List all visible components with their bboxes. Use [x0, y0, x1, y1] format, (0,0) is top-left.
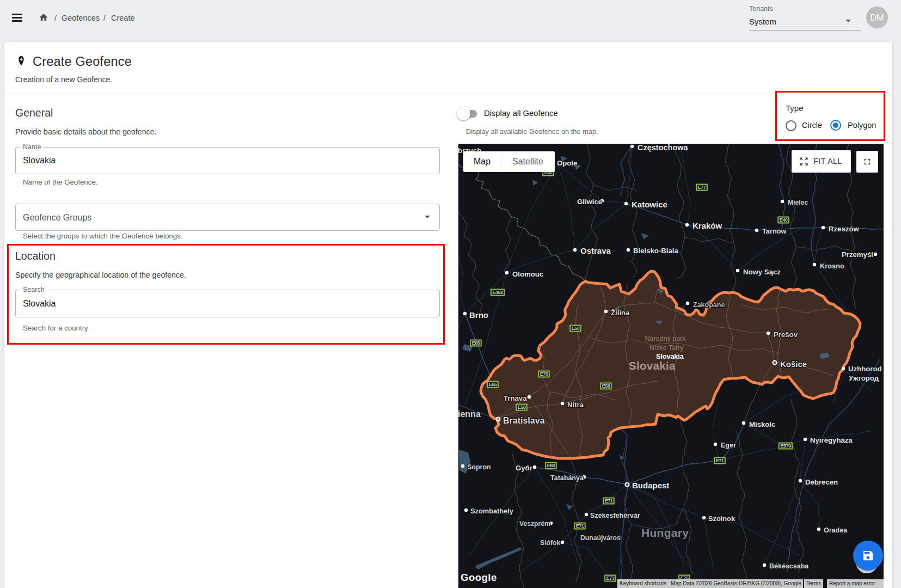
svg-text:Hungary: Hungary [641, 526, 689, 539]
svg-text:Národný park: Národný park [645, 335, 686, 342]
svg-text:Oradea: Oradea [824, 526, 848, 534]
svg-text:Rzeszów: Rzeszów [829, 225, 859, 233]
svg-text:E65: E65 [472, 340, 480, 346]
svg-text:Veszprém: Veszprém [519, 520, 550, 528]
svg-text:E58: E58 [602, 383, 610, 389]
svg-text:Tarnów: Tarnów [762, 227, 787, 235]
svg-text:Ужгород: Ужгород [849, 374, 879, 382]
svg-text:E579: E579 [780, 443, 791, 449]
svg-text:E40: E40 [780, 217, 788, 223]
svg-text:Szolnok: Szolnok [708, 514, 735, 523]
svg-text:Ostrava: Ostrava [580, 246, 611, 255]
svg-text:Bratislava: Bratislava [503, 416, 545, 425]
svg-text:Nyíregyháza: Nyíregyháza [810, 436, 853, 444]
svg-text:E71: E71 [576, 523, 584, 529]
svg-text:Budapest: Budapest [632, 481, 669, 490]
svg-text:Miskolc: Miskolc [749, 420, 775, 428]
svg-text:E462: E462 [492, 290, 503, 295]
svg-text:Uzhhorod: Uzhhorod [848, 365, 882, 373]
svg-text:Székesfehérvár: Székesfehérvár [590, 512, 640, 519]
svg-text:E73: E73 [606, 575, 615, 581]
svg-text:Győr: Győr [516, 464, 532, 472]
svg-text:Przemyśl: Przemyśl [842, 250, 873, 259]
svg-text:Tatabánya: Tatabánya [550, 474, 584, 482]
svg-text:Olomouc: Olomouc [512, 270, 543, 278]
svg-text:Prešov: Prešov [774, 330, 798, 339]
svg-text:E77: E77 [698, 185, 706, 190]
svg-text:Eger: Eger [721, 442, 736, 449]
svg-text:Częstochowa: Częstochowa [638, 144, 689, 152]
svg-text:Krosno: Krosno [820, 262, 844, 270]
svg-text:E71: E71 [716, 458, 724, 463]
svg-text:Trnava: Trnava [504, 394, 527, 402]
svg-text:Opole: Opole [557, 159, 577, 167]
svg-text:E58: E58 [518, 405, 526, 410]
svg-text:E65: E65 [489, 382, 497, 387]
svg-text:Žilina: Žilina [611, 309, 630, 317]
svg-text:Nitra: Nitra [567, 401, 584, 409]
svg-text:Nowy Sącz: Nowy Sącz [743, 268, 781, 276]
svg-text:Zakopane: Zakopane [693, 301, 725, 309]
svg-text:Katowice: Katowice [632, 200, 667, 209]
svg-text:Brno: Brno [469, 310, 488, 320]
svg-text:Nízke Tatry: Nízke Tatry [649, 344, 684, 352]
svg-text:Slovakia: Slovakia [629, 359, 676, 372]
svg-text:Szombathely: Szombathely [470, 507, 514, 515]
svg-text:E50: E50 [572, 326, 580, 331]
svg-text:Bielsko-Biala: Bielsko-Biala [633, 247, 678, 255]
svg-text:Debrecen: Debrecen [805, 478, 838, 486]
svg-text:Siófok: Siófok [540, 539, 560, 547]
svg-text:Gliwice: Gliwice [577, 198, 602, 206]
svg-text:E71: E71 [605, 498, 613, 504]
svg-text:Dunaújváros: Dunaújváros [580, 534, 621, 542]
svg-text:Košice: Košice [780, 359, 807, 369]
svg-text:Békéscsaba: Békéscsaba [769, 562, 809, 570]
svg-text:ienna: ienna [458, 409, 481, 419]
svg-text:Mielec: Mielec [788, 199, 808, 206]
svg-text:Kraków: Kraków [692, 221, 722, 230]
svg-text:E60: E60 [547, 463, 555, 468]
svg-text:Sopron: Sopron [467, 463, 491, 471]
svg-text:E75: E75 [540, 371, 548, 377]
